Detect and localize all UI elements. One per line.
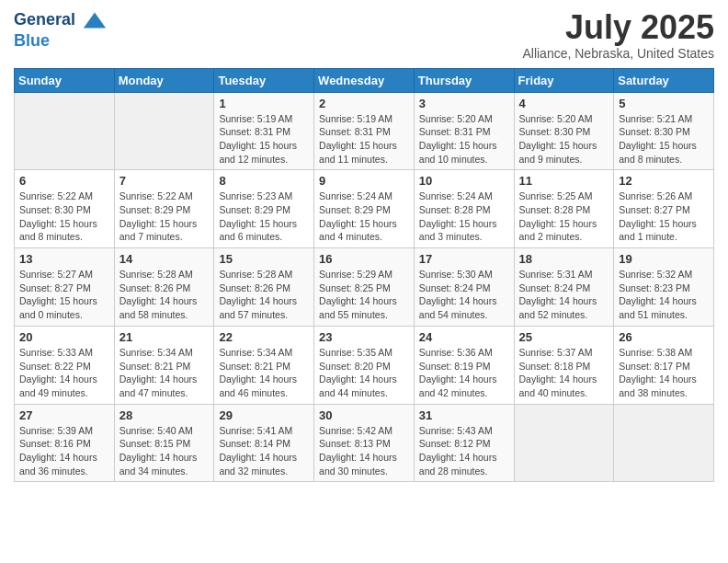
day-cell: 28Sunrise: 5:40 AMSunset: 8:15 PMDayligh… <box>114 404 214 482</box>
day-cell: 11Sunrise: 5:25 AMSunset: 8:28 PMDayligh… <box>514 170 614 248</box>
day-cell: 21Sunrise: 5:34 AMSunset: 8:21 PMDayligh… <box>114 326 214 404</box>
day-number: 17 <box>419 252 509 266</box>
header-row: Sunday Monday Tuesday Wednesday Thursday… <box>15 68 714 92</box>
day-cell: 23Sunrise: 5:35 AMSunset: 8:20 PMDayligh… <box>314 326 415 404</box>
day-detail: Sunrise: 5:29 AMSunset: 8:25 PMDaylight:… <box>319 268 409 322</box>
day-cell <box>15 92 115 170</box>
day-detail: Sunrise: 5:40 AMSunset: 8:15 PMDaylight:… <box>119 424 210 478</box>
day-detail: Sunrise: 5:20 AMSunset: 8:30 PMDaylight:… <box>519 112 609 167</box>
day-number: 29 <box>219 408 309 422</box>
day-number: 24 <box>419 330 509 344</box>
day-detail: Sunrise: 5:23 AMSunset: 8:29 PMDaylight:… <box>219 190 309 244</box>
day-cell: 6Sunrise: 5:22 AMSunset: 8:30 PMDaylight… <box>15 170 115 248</box>
day-number: 3 <box>419 97 509 110</box>
week-row-5: 27Sunrise: 5:39 AMSunset: 8:16 PMDayligh… <box>15 404 714 482</box>
day-cell: 29Sunrise: 5:41 AMSunset: 8:14 PMDayligh… <box>214 404 314 482</box>
day-number: 2 <box>319 97 409 110</box>
col-sunday: Sunday <box>15 68 115 92</box>
day-cell: 19Sunrise: 5:32 AMSunset: 8:23 PMDayligh… <box>614 248 714 327</box>
day-number: 8 <box>219 174 309 188</box>
day-cell: 7Sunrise: 5:22 AMSunset: 8:29 PMDaylight… <box>114 170 214 248</box>
day-detail: Sunrise: 5:32 AMSunset: 8:23 PMDaylight:… <box>619 268 709 322</box>
logo-icon <box>82 9 108 31</box>
week-row-4: 20Sunrise: 5:33 AMSunset: 8:22 PMDayligh… <box>15 326 714 404</box>
day-cell: 12Sunrise: 5:26 AMSunset: 8:27 PMDayligh… <box>614 170 714 248</box>
day-detail: Sunrise: 5:33 AMSunset: 8:22 PMDaylight:… <box>19 346 109 400</box>
day-detail: Sunrise: 5:38 AMSunset: 8:17 PMDaylight:… <box>619 346 709 400</box>
logo: General Blue <box>14 9 109 51</box>
day-detail: Sunrise: 5:43 AMSunset: 8:12 PMDaylight:… <box>419 424 509 478</box>
calendar-body: 1Sunrise: 5:19 AMSunset: 8:31 PMDaylight… <box>15 92 714 482</box>
day-detail: Sunrise: 5:31 AMSunset: 8:24 PMDaylight:… <box>519 268 609 322</box>
day-cell: 5Sunrise: 5:21 AMSunset: 8:30 PMDaylight… <box>614 92 714 170</box>
day-detail: Sunrise: 5:19 AMSunset: 8:31 PMDaylight:… <box>219 112 309 167</box>
day-cell: 30Sunrise: 5:42 AMSunset: 8:13 PMDayligh… <box>314 404 415 482</box>
day-number: 12 <box>619 174 709 188</box>
day-detail: Sunrise: 5:22 AMSunset: 8:29 PMDaylight:… <box>119 190 210 244</box>
day-cell: 2Sunrise: 5:19 AMSunset: 8:31 PMDaylight… <box>314 92 415 170</box>
day-number: 9 <box>319 174 409 188</box>
day-cell: 10Sunrise: 5:24 AMSunset: 8:28 PMDayligh… <box>414 170 514 248</box>
day-number: 26 <box>619 330 709 344</box>
day-cell: 18Sunrise: 5:31 AMSunset: 8:24 PMDayligh… <box>514 248 614 327</box>
day-number: 14 <box>119 252 210 266</box>
day-detail: Sunrise: 5:24 AMSunset: 8:29 PMDaylight:… <box>319 190 409 244</box>
day-cell: 25Sunrise: 5:37 AMSunset: 8:18 PMDayligh… <box>514 326 614 404</box>
calendar-header: Sunday Monday Tuesday Wednesday Thursday… <box>15 68 714 92</box>
day-number: 5 <box>619 97 709 110</box>
logo-wordmark: General <box>14 9 109 31</box>
day-cell: 31Sunrise: 5:43 AMSunset: 8:12 PMDayligh… <box>414 404 514 482</box>
day-detail: Sunrise: 5:36 AMSunset: 8:19 PMDaylight:… <box>419 346 509 400</box>
day-cell: 17Sunrise: 5:30 AMSunset: 8:24 PMDayligh… <box>414 248 514 327</box>
day-number: 19 <box>619 252 709 266</box>
logo-blue: Blue <box>14 31 109 51</box>
day-number: 25 <box>519 330 609 344</box>
day-number: 7 <box>119 174 210 188</box>
day-cell: 3Sunrise: 5:20 AMSunset: 8:31 PMDaylight… <box>414 92 514 170</box>
day-number: 18 <box>519 252 609 266</box>
day-cell: 22Sunrise: 5:34 AMSunset: 8:21 PMDayligh… <box>214 326 314 404</box>
day-number: 27 <box>19 408 109 422</box>
month-title: July 2025 <box>522 9 714 46</box>
day-detail: Sunrise: 5:30 AMSunset: 8:24 PMDaylight:… <box>419 268 509 322</box>
week-row-2: 6Sunrise: 5:22 AMSunset: 8:30 PMDaylight… <box>15 170 714 248</box>
day-number: 31 <box>419 408 509 422</box>
location: Alliance, Nebraska, United States <box>522 46 714 61</box>
day-number: 6 <box>19 174 109 188</box>
day-cell: 27Sunrise: 5:39 AMSunset: 8:16 PMDayligh… <box>15 404 115 482</box>
col-friday: Friday <box>514 68 614 92</box>
day-detail: Sunrise: 5:24 AMSunset: 8:28 PMDaylight:… <box>419 190 509 244</box>
day-detail: Sunrise: 5:22 AMSunset: 8:30 PMDaylight:… <box>19 190 109 244</box>
day-number: 11 <box>519 174 609 188</box>
day-cell <box>614 404 714 482</box>
week-row-3: 13Sunrise: 5:27 AMSunset: 8:27 PMDayligh… <box>15 248 714 327</box>
day-cell: 13Sunrise: 5:27 AMSunset: 8:27 PMDayligh… <box>15 248 115 327</box>
day-number: 20 <box>19 330 109 344</box>
title-block: July 2025 Alliance, Nebraska, United Sta… <box>522 9 714 61</box>
day-cell: 26Sunrise: 5:38 AMSunset: 8:17 PMDayligh… <box>614 326 714 404</box>
day-cell: 8Sunrise: 5:23 AMSunset: 8:29 PMDaylight… <box>214 170 314 248</box>
col-wednesday: Wednesday <box>314 68 415 92</box>
day-cell: 20Sunrise: 5:33 AMSunset: 8:22 PMDayligh… <box>15 326 115 404</box>
day-cell: 4Sunrise: 5:20 AMSunset: 8:30 PMDaylight… <box>514 92 614 170</box>
day-number: 1 <box>219 97 309 110</box>
day-number: 22 <box>219 330 309 344</box>
day-number: 10 <box>419 174 509 188</box>
day-cell: 24Sunrise: 5:36 AMSunset: 8:19 PMDayligh… <box>414 326 514 404</box>
day-detail: Sunrise: 5:39 AMSunset: 8:16 PMDaylight:… <box>19 424 109 478</box>
logo-text: General Blue <box>14 9 109 51</box>
day-cell: 14Sunrise: 5:28 AMSunset: 8:26 PMDayligh… <box>114 248 214 327</box>
day-detail: Sunrise: 5:27 AMSunset: 8:27 PMDaylight:… <box>19 268 109 322</box>
day-detail: Sunrise: 5:42 AMSunset: 8:13 PMDaylight:… <box>319 424 409 478</box>
day-number: 15 <box>219 252 309 266</box>
day-number: 21 <box>119 330 210 344</box>
day-detail: Sunrise: 5:21 AMSunset: 8:30 PMDaylight:… <box>619 112 709 167</box>
day-number: 16 <box>319 252 409 266</box>
page: General Blue July 2025 Alliance, Nebrask… <box>0 0 728 563</box>
header: General Blue July 2025 Alliance, Nebrask… <box>14 9 714 61</box>
day-detail: Sunrise: 5:19 AMSunset: 8:31 PMDaylight:… <box>319 112 409 167</box>
day-number: 28 <box>119 408 210 422</box>
day-number: 13 <box>19 252 109 266</box>
day-detail: Sunrise: 5:34 AMSunset: 8:21 PMDaylight:… <box>119 346 210 400</box>
day-detail: Sunrise: 5:37 AMSunset: 8:18 PMDaylight:… <box>519 346 609 400</box>
